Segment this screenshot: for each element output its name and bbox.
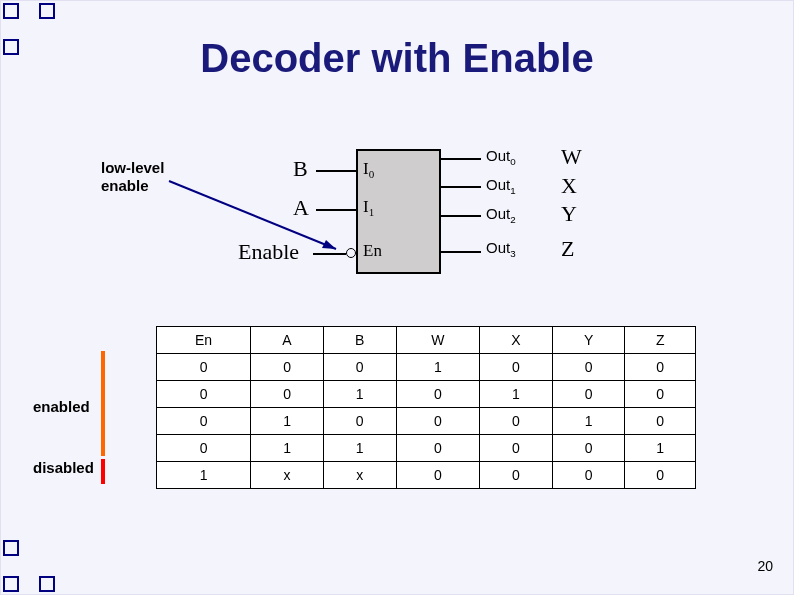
- cell: x: [251, 462, 324, 489]
- out3-label: Out3: [486, 239, 516, 259]
- cell: 0: [552, 462, 625, 489]
- cell: 0: [396, 408, 479, 435]
- table-row: 0001000: [157, 354, 696, 381]
- lowlevel-line2: enable: [101, 177, 149, 194]
- low-level-enable-label: low-level enable: [101, 159, 164, 195]
- cell: 0: [157, 381, 251, 408]
- col-X: X: [480, 327, 553, 354]
- table-row: 0010100: [157, 381, 696, 408]
- cell: 0: [396, 381, 479, 408]
- table-row: 0100010: [157, 408, 696, 435]
- wire-En: [313, 253, 346, 255]
- input-B: B: [293, 156, 308, 182]
- cell: 0: [552, 435, 625, 462]
- cell: 0: [480, 408, 553, 435]
- cell: 1: [251, 408, 324, 435]
- enabled-bar-icon: [101, 351, 105, 456]
- table-row: 0110001: [157, 435, 696, 462]
- enabled-label: enabled: [33, 398, 90, 415]
- cell: 1: [396, 354, 479, 381]
- wire-out0: [441, 158, 481, 160]
- cell: 1: [157, 462, 251, 489]
- cell: 0: [323, 354, 396, 381]
- cell: 1: [480, 381, 553, 408]
- cell: 1: [552, 408, 625, 435]
- cell: 1: [251, 435, 324, 462]
- slide-number: 20: [757, 558, 773, 574]
- wire-A: [316, 209, 356, 211]
- cell: 0: [480, 354, 553, 381]
- cell: 0: [251, 381, 324, 408]
- wire-out2: [441, 215, 481, 217]
- truth-table: EnABWXYZ 00010000010100010001001100011xx…: [156, 326, 696, 489]
- corner-square-bl2: [39, 576, 55, 592]
- col-Z: Z: [625, 327, 696, 354]
- wire-B: [316, 170, 356, 172]
- active-low-bubble-icon: [346, 248, 356, 258]
- cell: 0: [625, 408, 696, 435]
- disabled-bar-icon: [101, 459, 105, 484]
- decoder-diagram: B A Enable I0 I1 En Out0 Out1 Out2 Out3 …: [251, 131, 601, 291]
- cell: 0: [157, 435, 251, 462]
- cell: 0: [625, 381, 696, 408]
- port-En: En: [363, 241, 382, 261]
- cell: 0: [251, 354, 324, 381]
- cell: 0: [157, 408, 251, 435]
- lowlevel-line1: low-level: [101, 159, 164, 176]
- disabled-label: disabled: [33, 459, 94, 476]
- slide-title: Decoder with Enable: [1, 36, 793, 81]
- output-Y: Y: [561, 201, 577, 227]
- cell: 0: [396, 435, 479, 462]
- out1-label: Out1: [486, 176, 516, 196]
- cell: 0: [157, 354, 251, 381]
- cell: 0: [625, 462, 696, 489]
- wire-out3: [441, 251, 481, 253]
- input-Enable: Enable: [238, 239, 299, 265]
- output-W: W: [561, 144, 582, 170]
- col-B: B: [323, 327, 396, 354]
- corner-square-bl3: [3, 540, 19, 556]
- cell: 0: [480, 462, 553, 489]
- output-X: X: [561, 173, 577, 199]
- out2-label: Out2: [486, 205, 516, 225]
- output-Z: Z: [561, 236, 574, 262]
- cell: 0: [323, 408, 396, 435]
- cell: 1: [323, 435, 396, 462]
- corner-square-bl: [3, 576, 19, 592]
- cell: 0: [552, 354, 625, 381]
- cell: 0: [480, 435, 553, 462]
- port-I1: I1: [363, 197, 374, 218]
- corner-square-tl: [3, 3, 19, 19]
- col-A: A: [251, 327, 324, 354]
- corner-square-tl2: [39, 3, 55, 19]
- wire-out1: [441, 186, 481, 188]
- table-row: 1xx0000: [157, 462, 696, 489]
- cell: 0: [396, 462, 479, 489]
- col-Y: Y: [552, 327, 625, 354]
- col-W: W: [396, 327, 479, 354]
- port-I0: I0: [363, 159, 374, 180]
- input-A: A: [293, 195, 309, 221]
- cell: 1: [625, 435, 696, 462]
- cell: 0: [552, 381, 625, 408]
- col-En: En: [157, 327, 251, 354]
- out0-label: Out0: [486, 147, 516, 167]
- cell: 0: [625, 354, 696, 381]
- cell: 1: [323, 381, 396, 408]
- cell: x: [323, 462, 396, 489]
